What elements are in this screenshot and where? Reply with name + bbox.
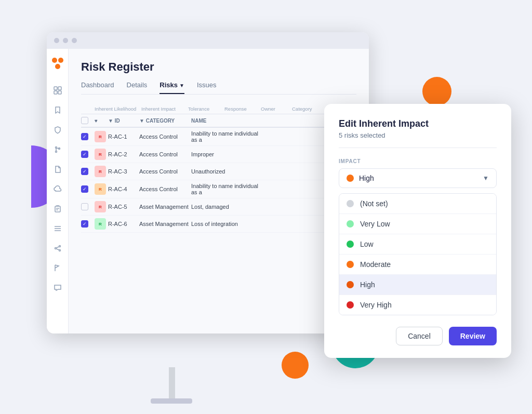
flag-icon[interactable] [52, 263, 63, 273]
row-3-name: Unauthorized [191, 168, 264, 175]
col-name-header[interactable]: NAME [191, 118, 264, 124]
svg-rect-6 [58, 91, 61, 94]
row-3-checkbox[interactable] [81, 168, 95, 175]
table-row[interactable]: R R-AC-1 Access Control Inability to nam… [81, 128, 356, 146]
table-row[interactable]: R R-AC-4 Access Control Inability to nam… [81, 180, 356, 198]
dialog-subtitle: 5 risks selected [339, 131, 497, 148]
window-chrome [47, 32, 369, 49]
option-very-high-label: Very High [360, 301, 392, 309]
cloud-icon[interactable] [52, 184, 63, 194]
option-low[interactable]: Low [339, 234, 496, 255]
option-high-label: High [360, 281, 375, 289]
message-icon[interactable] [52, 283, 63, 293]
svg-point-1 [58, 58, 63, 63]
share-icon[interactable] [52, 243, 63, 253]
table-row[interactable]: R R-AC-5 Asset Management Lost, damaged [81, 198, 356, 216]
col-select-all[interactable] [81, 117, 95, 124]
svg-rect-3 [54, 87, 57, 90]
col-category-header[interactable]: ▼ CATEGORY [139, 118, 191, 124]
row-4-id: R-AC-4 [108, 186, 139, 192]
monitor-base [151, 398, 192, 404]
option-moderate[interactable]: Moderate [339, 255, 496, 275]
row-6-badge: R [95, 218, 108, 230]
table-row[interactable]: R R-AC-3 Access Control Unauthorized [81, 163, 356, 180]
page-title: Risk Register [81, 60, 356, 74]
deco-orange-top [422, 77, 451, 106]
row-6-category: Asset Management [139, 221, 191, 227]
tab-risks[interactable]: Risks▼ [159, 81, 184, 94]
dot-high [347, 281, 354, 288]
grid-icon[interactable] [52, 85, 63, 96]
review-button[interactable]: Review [449, 327, 497, 345]
row-1-badge: R [95, 131, 108, 142]
option-not-set[interactable]: (Not set) [339, 194, 496, 214]
row-6-id: R-AC-6 [108, 221, 139, 227]
table-row[interactable]: R R-AC-2 Access Control Improper [81, 146, 356, 163]
row-2-badge: R [95, 149, 108, 160]
clipboard-icon[interactable] [52, 204, 63, 214]
row-1-name: Inability to name individual as a [191, 130, 264, 143]
svg-point-2 [55, 64, 60, 69]
option-very-low-label: Very Low [360, 220, 390, 228]
tab-risks-arrow: ▼ [179, 83, 184, 88]
option-very-high[interactable]: Very High [339, 295, 496, 315]
dialog-title: Edit Inherent Impact [339, 118, 497, 129]
col-id-header[interactable]: ▼ ID [108, 118, 139, 124]
row-5-category: Asset Management [139, 204, 191, 210]
option-high[interactable]: High [339, 275, 496, 295]
column-headers-top: Inherent Likelihood Inherent Impact Tole… [81, 103, 356, 114]
row-6-checkbox[interactable] [81, 220, 95, 228]
chrome-dot-min [63, 38, 68, 43]
monitor-stand [169, 367, 175, 398]
cancel-button[interactable]: Cancel [396, 327, 443, 345]
svg-point-18 [59, 250, 60, 251]
row-1-category: Access Control [139, 133, 191, 140]
col-header-inherent-likelihood: Inherent Likelihood [95, 106, 141, 112]
svg-line-19 [56, 247, 59, 248]
deco-orange-bottom [282, 352, 309, 379]
row-6-name: Loss of integration [191, 221, 264, 227]
row-5-name: Lost, damaged [191, 204, 264, 210]
selected-dot [347, 175, 354, 182]
dot-low [347, 241, 354, 248]
tab-details[interactable]: Details [127, 81, 148, 94]
tab-dashboard[interactable]: Dashboard [81, 81, 114, 94]
chrome-dot-max [72, 38, 77, 43]
option-very-low[interactable]: Very Low [339, 214, 496, 234]
git-branch-icon[interactable] [52, 144, 63, 155]
row-5-badge: R [95, 201, 108, 212]
svg-point-0 [52, 58, 57, 63]
select-all-checkbox[interactable] [81, 117, 88, 124]
table-row[interactable]: R R-AC-6 Asset Management Loss of integr… [81, 216, 356, 233]
row-4-badge: R [95, 183, 108, 195]
bookmark-icon[interactable] [52, 105, 63, 115]
row-4-checkbox[interactable] [81, 185, 95, 193]
chrome-dot-close [54, 38, 59, 43]
svg-point-16 [59, 246, 60, 247]
svg-line-20 [56, 249, 59, 250]
option-moderate-label: Moderate [360, 260, 391, 269]
impact-options-list: (Not set) Very Low Low Moderate High Ver… [339, 193, 497, 315]
selected-label: High [359, 174, 477, 182]
option-not-set-label: (Not set) [360, 199, 388, 208]
row-4-name: Inability to name individual as a [191, 183, 264, 195]
col-type-icon: ♥ [95, 118, 108, 124]
svg-point-17 [55, 248, 56, 249]
row-2-name: Improper [191, 151, 264, 157]
row-1-checkbox[interactable] [81, 133, 95, 140]
row-2-checkbox[interactable] [81, 151, 95, 158]
dot-very-high [347, 301, 354, 309]
chevron-down-icon: ▼ [483, 175, 489, 182]
file-icon[interactable] [52, 164, 63, 175]
row-2-id: R-AC-2 [108, 151, 139, 157]
svg-rect-10 [55, 206, 60, 212]
app-logo-icon[interactable] [50, 56, 65, 71]
row-5-checkbox[interactable] [81, 203, 95, 210]
shield-icon[interactable] [52, 125, 63, 135]
row-5-id: R-AC-5 [108, 204, 139, 210]
risk-table: ♥ ▼ ID ▼ CATEGORY NAME R R-AC-1 Access C… [81, 114, 356, 233]
list-icon[interactable] [52, 223, 63, 234]
impact-dropdown[interactable]: High ▼ [339, 168, 497, 188]
tab-issues[interactable]: Issues [197, 81, 217, 94]
sidebar [47, 49, 69, 333]
